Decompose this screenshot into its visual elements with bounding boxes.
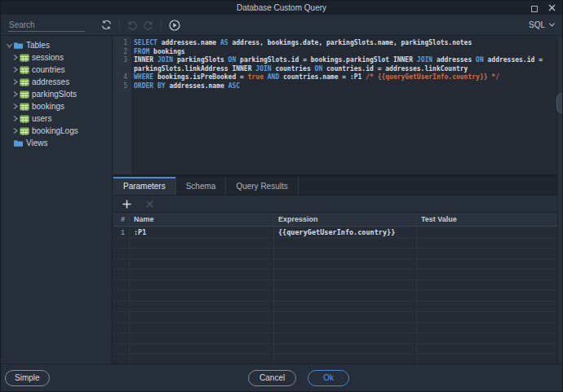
code-line: 3INNER JOIN parkingSlots ON parkingSlots… [113, 56, 555, 73]
chevron-down-icon[interactable] [6, 42, 13, 49]
search-input[interactable] [8, 19, 85, 32]
name-cell [130, 238, 274, 248]
chevron-down-icon [549, 23, 555, 27]
grid-header-cell: Test Value [417, 213, 562, 226]
chevron-right-icon[interactable] [12, 66, 20, 73]
tree-item-bookingLogs[interactable]: bookingLogs [1, 125, 112, 137]
test-value-cell [417, 249, 562, 258]
tree-item-tables[interactable]: Tables [1, 39, 112, 51]
chevron-right-icon[interactable] [12, 78, 20, 86]
empty-grid-row [113, 312, 562, 323]
simple-mode-button[interactable]: Simple [5, 370, 50, 386]
tree-item-sessions[interactable]: sessions [1, 51, 112, 64]
tree-item-users[interactable]: users [1, 112, 112, 125]
test-value-cell [417, 333, 562, 343]
tree-item-parkingSlots[interactable]: parkingSlots [1, 88, 112, 100]
expression-cell [274, 312, 417, 322]
name-cell [130, 291, 274, 301]
test-value-cell [417, 238, 562, 248]
chevron-right-icon[interactable] [12, 103, 20, 110]
tab-label: Schema [186, 182, 216, 191]
close-icon [548, 4, 556, 11]
add-parameter-button[interactable] [122, 199, 132, 209]
empty-grid-row [113, 333, 562, 344]
tree-item-users-label: users [32, 114, 51, 123]
name-cell [130, 280, 274, 290]
row-number-cell [113, 333, 130, 343]
tree-item-parkingSlots-label: parkingSlots [32, 90, 77, 99]
content-area: 1SELECT addresses.name AS address, booki… [113, 37, 562, 363]
ok-button[interactable]: Ok [308, 370, 349, 386]
row-number-cell [113, 291, 130, 301]
remove-parameter-button[interactable] [145, 200, 154, 209]
language-select[interactable]: SQL [529, 20, 555, 29]
empty-grid-row [113, 280, 562, 291]
tab-parameters[interactable]: Parameters [113, 177, 176, 195]
test-value-cell [417, 323, 562, 333]
table-icon [20, 115, 29, 123]
code-line: 4WHERE bookings.isPreBooked = true AND c… [113, 73, 555, 82]
tree-item-views[interactable]: Views [1, 137, 112, 149]
line-number: 4 [113, 73, 131, 82]
empty-grid-row [113, 323, 562, 333]
test-value-cell [417, 302, 562, 311]
tree-item-countries[interactable]: countries [1, 64, 112, 76]
code-line: 1SELECT addresses.name AS address, booki… [113, 39, 555, 48]
name-cell [130, 259, 274, 269]
expression-cell [274, 249, 417, 258]
refresh-button[interactable] [100, 18, 113, 32]
tab-schema[interactable]: Schema [176, 177, 227, 195]
cancel-button[interactable]: Cancel [248, 370, 296, 386]
table-icon [20, 90, 29, 99]
close-button[interactable] [548, 4, 556, 11]
tree-item-addresses-label: addresses [32, 77, 69, 86]
sql-editor[interactable]: 1SELECT addresses.name AS address, booki… [113, 37, 562, 174]
test-value-cell [417, 312, 562, 322]
row-number-cell [113, 323, 130, 333]
maximize-icon [531, 6, 538, 12]
language-select-label: SQL [529, 20, 545, 29]
maximize-button[interactable] [531, 1, 538, 15]
test-value-cell [417, 344, 562, 354]
tree-item-bookings-label: bookings [32, 102, 64, 111]
row-number-cell [113, 259, 130, 269]
tab-query-results[interactable]: Query Results [226, 177, 298, 195]
delete-cross-icon [145, 200, 154, 209]
parameter-row[interactable]: 1:P1{{queryGetUserInfo.country}} [113, 227, 562, 238]
expression-cell [274, 291, 417, 301]
tree-item-addresses[interactable]: addresses [1, 76, 112, 88]
empty-grid-row [113, 302, 562, 312]
redo-icon [142, 19, 154, 31]
chevron-right-icon[interactable] [12, 90, 20, 98]
row-number-cell [113, 238, 130, 248]
chevron-right-icon[interactable] [12, 54, 20, 61]
name-cell [130, 355, 274, 363]
undo-icon [126, 19, 139, 31]
redo-button[interactable] [141, 18, 155, 32]
run-query-button[interactable] [167, 18, 181, 32]
row-number-cell [113, 270, 130, 280]
empty-grid-row [113, 238, 562, 249]
grid-header-cell: # [113, 213, 130, 226]
name-cell [130, 302, 274, 311]
bottom-panel-tabs: ParametersSchemaQuery Results [113, 177, 562, 195]
grid-header-row: #NameExpressionTest Value [113, 213, 562, 227]
titlebar: Database Custom Query [1, 1, 562, 15]
expression-cell [274, 344, 417, 354]
plus-icon [122, 199, 132, 209]
side-drawer-handle[interactable] [556, 93, 562, 113]
tree-item-bookings[interactable]: bookings [1, 100, 112, 112]
name-cell [130, 249, 274, 258]
chevron-right-icon[interactable] [12, 127, 20, 134]
test-value-cell[interactable] [417, 227, 562, 237]
row-number-cell [113, 280, 130, 290]
code-text: ORDER BY addresses.name ASC [131, 82, 555, 91]
expression-cell [274, 280, 417, 290]
undo-button[interactable] [126, 18, 140, 32]
chevron-right-icon[interactable] [12, 115, 20, 122]
test-value-cell [417, 280, 562, 290]
empty-grid-row [113, 355, 562, 363]
expression-cell[interactable]: {{queryGetUserInfo.country}} [274, 227, 417, 237]
name-cell[interactable]: :P1 [130, 227, 274, 237]
code-text: INNER JOIN parkingSlots ON parkingSlots.… [131, 56, 555, 73]
